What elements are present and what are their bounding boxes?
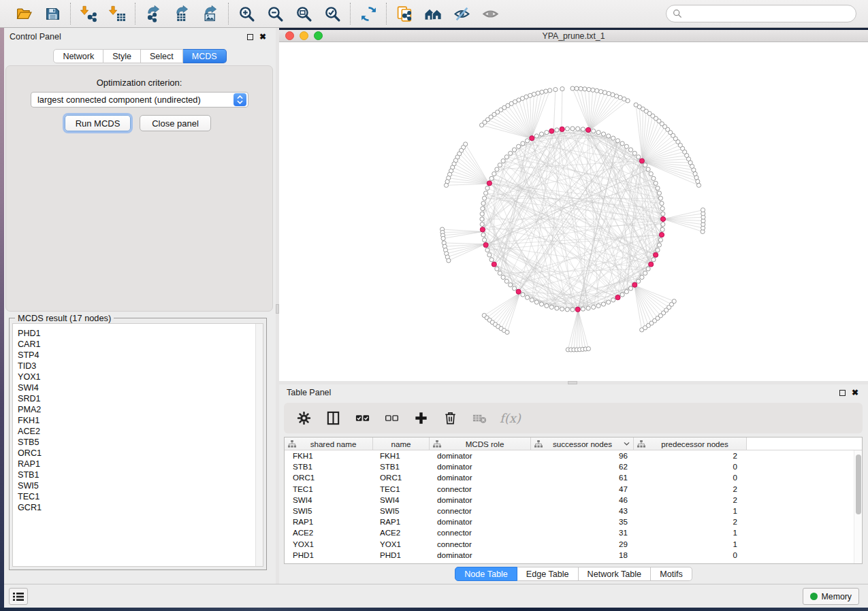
- network-node[interactable]: [489, 176, 494, 180]
- network-node[interactable]: [637, 279, 641, 283]
- cell-shared-name[interactable]: ACE2: [285, 527, 373, 538]
- result-node-item[interactable]: RAP1: [18, 459, 263, 469]
- search-box[interactable]: [666, 5, 856, 22]
- tab-node-table[interactable]: Node Table: [455, 567, 517, 581]
- network-node[interactable]: [441, 236, 445, 240]
- cell-successor-nodes[interactable]: 47: [531, 484, 634, 495]
- table-row[interactable]: SWI5SWI5connector431: [285, 506, 862, 516]
- cell-successor-nodes[interactable]: 61: [531, 472, 634, 483]
- network-node[interactable]: [586, 306, 590, 310]
- mcds-node[interactable]: [549, 129, 554, 133]
- result-node-item[interactable]: PHD1: [18, 328, 263, 339]
- network-node[interactable]: [498, 163, 502, 167]
- network-node[interactable]: [591, 88, 595, 92]
- network-node[interactable]: [637, 155, 641, 159]
- network-node[interactable]: [480, 123, 484, 127]
- cell-shared-name[interactable]: SWI5: [285, 506, 373, 516]
- network-node[interactable]: [549, 305, 553, 309]
- tab-style[interactable]: Style: [103, 49, 141, 63]
- network-node[interactable]: [607, 91, 611, 95]
- network-node[interactable]: [501, 159, 505, 163]
- network-node[interactable]: [504, 279, 509, 283]
- column-header-successor-nodes[interactable]: successor nodes: [531, 437, 634, 450]
- cell-MCDS-role[interactable]: dominator: [430, 495, 531, 506]
- network-node[interactable]: [599, 90, 603, 94]
- cell-MCDS-role[interactable]: connector: [430, 539, 531, 550]
- network-overview-button[interactable]: [421, 3, 445, 24]
- tab-select[interactable]: Select: [141, 49, 183, 63]
- network-node[interactable]: [501, 275, 505, 279]
- network-node[interactable]: [487, 253, 492, 257]
- result-node-item[interactable]: STP4: [18, 350, 263, 361]
- network-node[interactable]: [495, 167, 499, 171]
- cell-shared-name[interactable]: RAP1: [285, 516, 373, 527]
- column-header-shared-name[interactable]: shared name: [285, 437, 373, 450]
- network-node[interactable]: [654, 181, 658, 185]
- network-node[interactable]: [509, 283, 513, 287]
- network-node[interactable]: [492, 171, 496, 176]
- table-row[interactable]: YOX1YOX1connector291: [285, 539, 862, 550]
- result-node-item[interactable]: SRD1: [18, 393, 263, 404]
- network-node[interactable]: [634, 103, 638, 107]
- cell-MCDS-role[interactable]: dominator: [430, 472, 531, 483]
- network-node[interactable]: [628, 286, 632, 291]
- network-node[interactable]: [657, 243, 661, 247]
- share-network-document-button[interactable]: [393, 3, 416, 24]
- cell-predecessor-nodes[interactable]: 2: [634, 495, 747, 506]
- network-node[interactable]: [512, 286, 516, 291]
- mcds-node[interactable]: [586, 127, 591, 132]
- mcds-node[interactable]: [659, 233, 664, 237]
- network-node[interactable]: [525, 295, 529, 299]
- search-input[interactable]: [686, 9, 850, 18]
- mcds-node[interactable]: [483, 243, 488, 248]
- cell-successor-nodes[interactable]: 62: [531, 461, 634, 472]
- cell-name[interactable]: FKH1: [373, 450, 430, 461]
- column-browser-button[interactable]: [324, 410, 342, 427]
- network-node[interactable]: [586, 347, 590, 351]
- network-node[interactable]: [512, 148, 516, 152]
- cell-predecessor-nodes[interactable]: 2: [634, 484, 747, 495]
- result-node-item[interactable]: PMA2: [18, 404, 263, 415]
- result-list-scrollbar[interactable]: [255, 324, 263, 566]
- network-node[interactable]: [672, 299, 676, 303]
- mcds-node[interactable]: [575, 307, 580, 312]
- cell-MCDS-role[interactable]: dominator: [430, 550, 531, 561]
- network-node[interactable]: [480, 222, 484, 227]
- cell-successor-nodes[interactable]: 43: [531, 506, 634, 516]
- network-node[interactable]: [555, 128, 559, 132]
- tab-edge-table[interactable]: Edge Table: [517, 567, 579, 581]
- network-node[interactable]: [628, 148, 632, 152]
- network-node[interactable]: [517, 144, 521, 148]
- network-node[interactable]: [649, 171, 653, 176]
- table-row[interactable]: TEC1TEC1connector472: [285, 484, 862, 495]
- mcds-node[interactable]: [560, 127, 564, 131]
- network-node[interactable]: [521, 293, 525, 297]
- zoom-out-button[interactable]: [263, 3, 287, 24]
- network-node[interactable]: [575, 86, 579, 90]
- result-node-item[interactable]: SWI4: [18, 382, 263, 393]
- result-node-item[interactable]: CAR1: [18, 339, 263, 350]
- network-node[interactable]: [620, 142, 624, 146]
- cell-name[interactable]: YOX1: [373, 539, 430, 550]
- network-node[interactable]: [483, 238, 487, 242]
- network-node[interactable]: [570, 86, 575, 90]
- network-node[interactable]: [643, 163, 647, 167]
- cell-shared-name[interactable]: STB1: [285, 461, 373, 472]
- network-node[interactable]: [592, 305, 596, 309]
- network-node[interactable]: [539, 302, 543, 306]
- cell-predecessor-nodes[interactable]: 1: [634, 506, 747, 516]
- cell-name[interactable]: RAP1: [373, 516, 430, 527]
- network-node[interactable]: [444, 183, 448, 187]
- mcds-node[interactable]: [615, 295, 620, 300]
- network-node[interactable]: [521, 142, 525, 146]
- cell-MCDS-role[interactable]: dominator: [430, 461, 531, 472]
- network-node[interactable]: [596, 131, 600, 135]
- tab-motifs[interactable]: Motifs: [651, 567, 692, 581]
- network-node[interactable]: [555, 306, 559, 310]
- network-node[interactable]: [696, 183, 701, 187]
- optimization-criterion-select[interactable]: largest connected component (undirected): [31, 92, 248, 108]
- network-node[interactable]: [525, 139, 529, 143]
- cell-successor-nodes[interactable]: 29: [531, 539, 634, 550]
- network-node[interactable]: [652, 176, 656, 180]
- cell-name[interactable]: PHD1: [373, 550, 430, 561]
